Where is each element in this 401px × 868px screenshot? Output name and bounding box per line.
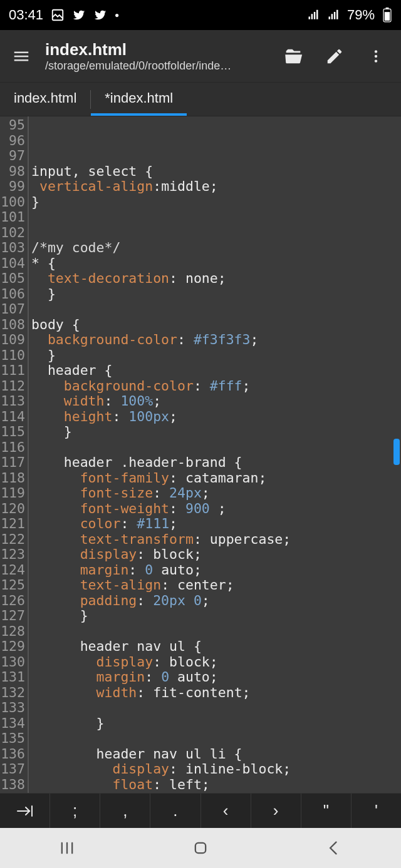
- code-line[interactable]: * {: [31, 256, 401, 272]
- android-nav-bar: [0, 828, 401, 868]
- line-number: 100: [0, 195, 25, 210]
- code-line[interactable]: float: left;: [31, 777, 401, 793]
- code-line[interactable]: }: [31, 608, 401, 624]
- code-line[interactable]: font-family: catamaran;: [31, 471, 401, 486]
- menu-button[interactable]: [3, 38, 40, 75]
- code-line[interactable]: background-color: #f3f3f3;: [31, 332, 401, 348]
- code-line[interactable]: font-weight: 900 ;: [31, 501, 401, 517]
- line-number: 106: [0, 287, 25, 302]
- code-line[interactable]: [31, 624, 401, 640]
- code-line[interactable]: header nav ul {: [31, 639, 401, 655]
- line-number: 121: [0, 516, 25, 532]
- tab-key[interactable]: [0, 794, 50, 828]
- back-button[interactable]: [315, 835, 353, 860]
- code-line[interactable]: header {: [31, 363, 401, 379]
- line-number: 126: [0, 593, 25, 609]
- signal-icon: [307, 9, 320, 21]
- line-number: 101: [0, 210, 25, 225]
- period-key[interactable]: .: [150, 794, 200, 828]
- code-line[interactable]: [31, 731, 401, 747]
- code-editor[interactable]: 9596979899100101102103104105106107108109…: [0, 116, 401, 793]
- line-number: 99: [0, 179, 25, 195]
- code-line[interactable]: display: inline-block;: [31, 762, 401, 777]
- line-number: 107: [0, 302, 25, 317]
- line-number: 138: [0, 777, 25, 793]
- line-number: 96: [0, 133, 25, 149]
- line-number: 124: [0, 563, 25, 578]
- code-line[interactable]: [31, 210, 401, 225]
- code-line[interactable]: input, select {: [31, 164, 401, 180]
- home-icon: [192, 839, 209, 857]
- code-line[interactable]: width: fit-content;: [31, 685, 401, 701]
- line-number: 120: [0, 501, 25, 517]
- file-title: index.html: [45, 40, 277, 59]
- code-line[interactable]: padding: 20px 0;: [31, 593, 401, 609]
- left-angle-key[interactable]: ‹: [201, 794, 251, 828]
- code-line[interactable]: list-style: none;: [31, 792, 401, 793]
- code-line[interactable]: }: [31, 424, 401, 440]
- line-number: 111: [0, 363, 25, 379]
- recents-button[interactable]: [48, 835, 86, 860]
- line-number: 98: [0, 164, 25, 180]
- code-line[interactable]: width: 100%;: [31, 394, 401, 409]
- code-line[interactable]: margin: 0 auto;: [31, 563, 401, 578]
- code-line[interactable]: header nav ul li {: [31, 747, 401, 762]
- code-line[interactable]: }: [31, 287, 401, 302]
- code-line[interactable]: [31, 225, 401, 241]
- home-button[interactable]: [182, 835, 219, 860]
- recents-icon: [58, 839, 76, 857]
- code-line[interactable]: [31, 440, 401, 456]
- battery-text: 79%: [347, 7, 375, 23]
- code-line[interactable]: height: 100px;: [31, 409, 401, 425]
- code-view[interactable]: input, select { vertical-align:middle;}/…: [29, 116, 401, 793]
- line-number: 115: [0, 424, 25, 440]
- scroll-thumb[interactable]: [393, 439, 400, 465]
- tab-index-html[interactable]: index.html: [0, 83, 90, 116]
- line-number: 136: [0, 747, 25, 762]
- line-number: 105: [0, 271, 25, 287]
- line-number: 123: [0, 547, 25, 563]
- code-line[interactable]: }: [31, 716, 401, 732]
- code-line[interactable]: /*my code*/: [31, 240, 401, 256]
- comma-key[interactable]: ,: [100, 794, 150, 828]
- code-line[interactable]: vertical-align:middle;: [31, 179, 401, 195]
- line-number: 119: [0, 486, 25, 501]
- code-line[interactable]: text-align: center;: [31, 578, 401, 593]
- code-line[interactable]: background-color: #fff;: [31, 379, 401, 394]
- code-line[interactable]: display: block;: [31, 547, 401, 563]
- code-line[interactable]: }: [31, 348, 401, 364]
- overflow-button[interactable]: [363, 44, 388, 69]
- status-bar: 03:41 ● 79%: [0, 0, 401, 30]
- code-line[interactable]: [31, 302, 401, 317]
- svg-rect-2: [386, 8, 389, 9]
- line-number: 95: [0, 118, 25, 133]
- code-line[interactable]: }: [31, 195, 401, 210]
- line-number: 137: [0, 762, 25, 777]
- right-angle-key[interactable]: ›: [251, 794, 301, 828]
- single-quote-key[interactable]: ': [352, 794, 401, 828]
- folder-open-icon: [283, 46, 304, 67]
- tab-arrow-icon: [16, 804, 34, 818]
- twitter-icon: [93, 8, 107, 22]
- code-line[interactable]: margin: 0 auto;: [31, 670, 401, 685]
- edit-button[interactable]: [322, 44, 347, 69]
- double-quote-key[interactable]: ": [301, 794, 352, 828]
- code-line[interactable]: text-decoration: none;: [31, 271, 401, 287]
- line-number: 132: [0, 685, 25, 701]
- code-line[interactable]: font-size: 24px;: [31, 486, 401, 501]
- code-line[interactable]: text-transform: uppercase;: [31, 532, 401, 548]
- code-line[interactable]: header .header-brand {: [31, 455, 401, 471]
- semicolon-key[interactable]: ;: [50, 794, 100, 828]
- line-number: 131: [0, 670, 25, 685]
- line-number: 133: [0, 700, 25, 716]
- symbol-bar: ;,.‹›"': [0, 793, 401, 828]
- code-line[interactable]: display: block;: [31, 655, 401, 670]
- code-line[interactable]: color: #111;: [31, 516, 401, 532]
- code-line[interactable]: [31, 700, 401, 716]
- svg-point-6: [375, 59, 377, 62]
- line-number: 109: [0, 332, 25, 348]
- open-button[interactable]: [281, 44, 306, 69]
- code-line[interactable]: body {: [31, 317, 401, 333]
- file-path: /storage/emulated/0/rootfolder/inde…: [45, 59, 277, 73]
- tab--index-html[interactable]: *index.html: [91, 83, 187, 116]
